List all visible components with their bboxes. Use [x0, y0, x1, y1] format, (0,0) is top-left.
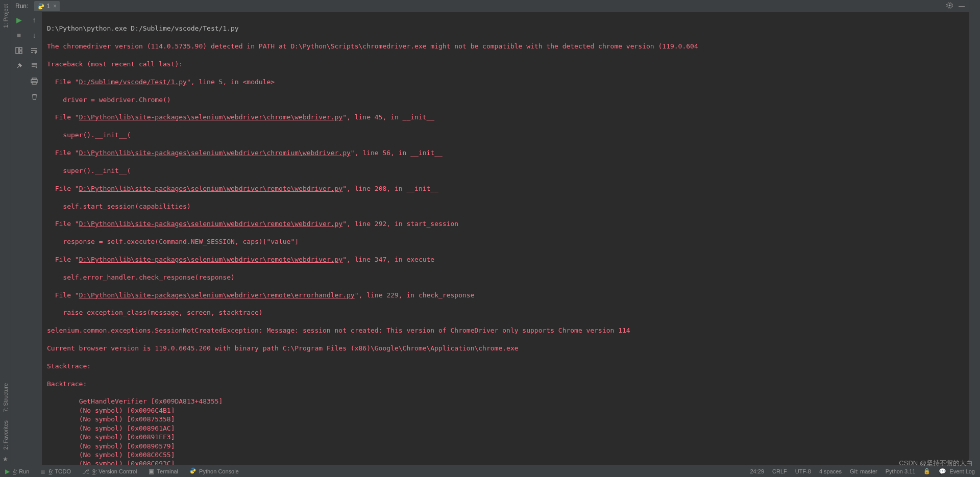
- run-title: Run:: [11, 3, 32, 10]
- python-icon: [37, 3, 44, 10]
- console-line: File "D:\Python\lib\site-packages\seleni…: [47, 255, 964, 264]
- hide-icon[interactable]: —: [959, 3, 965, 10]
- delete-button[interactable]: [29, 91, 40, 102]
- console-line: super().__init__(: [47, 166, 964, 175]
- run-tool-window: Run: 1 × — ▶ ■: [11, 0, 969, 465]
- console-line: (No symbol) [0x008961AC]: [47, 424, 964, 433]
- git-branch[interactable]: Git: master: [850, 468, 877, 474]
- todo-icon: ≣: [40, 468, 45, 475]
- stop-button[interactable]: ■: [13, 30, 24, 41]
- interpreter[interactable]: Python 3.11: [886, 468, 916, 474]
- file-link[interactable]: D:/Sublime/vscode/Test/1.py: [79, 78, 187, 86]
- svg-rect-4: [19, 51, 22, 54]
- console-line: selenium.common.exceptions.SessionNotCre…: [47, 326, 964, 335]
- run-toolbar-left: ▶ ■: [11, 12, 27, 465]
- console-line: File "D:\Python\lib\site-packages\seleni…: [47, 148, 964, 157]
- lock-icon[interactable]: 🔒: [923, 468, 930, 474]
- line-separator[interactable]: CRLF: [772, 468, 787, 474]
- file-link[interactable]: D:\Python\lib\site-packages\selenium\web…: [79, 149, 351, 157]
- file-link[interactable]: D:\Python\lib\site-packages\selenium\web…: [79, 185, 343, 192]
- file-link[interactable]: D:\Python\lib\site-packages\selenium\web…: [79, 291, 355, 299]
- rerun-button[interactable]: ▶: [13, 14, 24, 26]
- svg-point-1: [41, 8, 42, 8]
- console-line: super().__init__(: [47, 131, 964, 139]
- console-line: (No symbol) [0x00890579]: [47, 442, 964, 450]
- star-icon: ★: [3, 454, 8, 465]
- file-link[interactable]: D:\Python\lib\site-packages\selenium\web…: [79, 113, 343, 121]
- right-tool-gutter: [969, 0, 980, 465]
- svg-point-0: [40, 4, 40, 4]
- console-line: raise exception_class(message, screen, s…: [47, 308, 964, 317]
- close-icon[interactable]: ×: [53, 3, 57, 10]
- console-line: (No symbol) [0x008C0C55]: [47, 450, 964, 459]
- gear-icon[interactable]: [946, 2, 953, 11]
- console-line: File "D:\Python\lib\site-packages\seleni…: [47, 113, 964, 121]
- sidebar-tab-project[interactable]: 1: Project: [3, 0, 9, 32]
- status-bar: ▶4: Run ≣6: TODO ⎇9: Version Control ▣Te…: [0, 465, 980, 477]
- run-tab-label: 1: [46, 3, 50, 10]
- terminal-icon: ▣: [149, 468, 154, 475]
- console-line: The chromedriver version (114.0.5735.90)…: [47, 42, 964, 51]
- svg-rect-3: [19, 47, 22, 50]
- up-button[interactable]: ↑: [29, 14, 40, 26]
- run-header: Run: 1 × —: [11, 0, 969, 12]
- console-line: File "D:/Sublime/vscode/Test/1.py", line…: [47, 78, 964, 86]
- sidebar-tab-structure[interactable]: 7: Structure: [3, 379, 9, 416]
- console-line: Stacktrace:: [47, 362, 964, 370]
- sidebar-tab-favorites[interactable]: 2: Favorites: [3, 416, 9, 454]
- console-line: File "D:\Python\lib\site-packages\seleni…: [47, 219, 964, 228]
- python-console-icon: [189, 467, 196, 475]
- console-line: response = self.execute(Command.NEW_SESS…: [47, 237, 964, 246]
- console-line: Backtrace:: [47, 380, 964, 388]
- console-line: self.start_session(capabilities): [47, 202, 964, 211]
- console-line: self.error_handler.check_response(respon…: [47, 273, 964, 282]
- branch-icon: ⎇: [82, 468, 89, 475]
- console-line: Traceback (most recent call last):: [47, 60, 964, 68]
- console-line: (No symbol) [0x00891EF3]: [47, 433, 964, 441]
- run-config-tab[interactable]: 1 ×: [34, 1, 60, 11]
- statusbar-todo[interactable]: ≣6: TODO: [40, 468, 71, 475]
- cursor-position[interactable]: 24:29: [750, 468, 764, 474]
- console-line: D:\Python\python.exe D:/Sublime/vscode/T…: [47, 24, 964, 33]
- run-toolbar-right: ↑ ↓: [27, 12, 42, 465]
- console-line: File "D:\Python\lib\site-packages\seleni…: [47, 291, 964, 299]
- event-log[interactable]: 💬Event Log: [939, 468, 975, 475]
- print-button[interactable]: [29, 76, 40, 87]
- file-encoding[interactable]: UTF-8: [795, 468, 811, 474]
- file-link[interactable]: D:\Python\lib\site-packages\selenium\web…: [79, 256, 343, 263]
- statusbar-terminal[interactable]: ▣Terminal: [149, 468, 179, 475]
- console-line: (No symbol) [0x00875358]: [47, 415, 964, 423]
- statusbar-run[interactable]: ▶4: Run: [5, 468, 29, 475]
- svg-rect-2: [16, 47, 18, 54]
- scroll-to-end-button[interactable]: [29, 60, 40, 71]
- pin-button[interactable]: [13, 60, 24, 71]
- console-line: File "D:\Python\lib\site-packages\seleni…: [47, 184, 964, 193]
- down-button[interactable]: ↓: [29, 30, 40, 41]
- play-icon: ▶: [5, 468, 10, 475]
- console-line: (No symbol) [0x008C093C]: [47, 459, 964, 465]
- indent-settings[interactable]: 4 spaces: [819, 468, 842, 474]
- event-log-icon: 💬: [939, 468, 946, 475]
- layout-button[interactable]: [13, 45, 24, 56]
- console-line: Current browser version is 119.0.6045.20…: [47, 344, 964, 353]
- console-output[interactable]: D:\Python\python.exe D:/Sublime/vscode/T…: [42, 12, 969, 465]
- statusbar-python-console[interactable]: Python Console: [189, 467, 239, 475]
- console-line: (No symbol) [0x0096C4B1]: [47, 406, 964, 415]
- left-tool-gutter: 1: Project 7: Structure 2: Favorites ★: [0, 0, 11, 465]
- console-line: GetHandleVerifier [0x009DA813+48355]: [47, 397, 964, 406]
- file-link[interactable]: D:\Python\lib\site-packages\selenium\web…: [79, 220, 343, 228]
- statusbar-vcs[interactable]: ⎇9: Version Control: [82, 468, 137, 475]
- console-line: driver = webdriver.Chrome(): [47, 95, 964, 104]
- soft-wrap-button[interactable]: [29, 45, 40, 56]
